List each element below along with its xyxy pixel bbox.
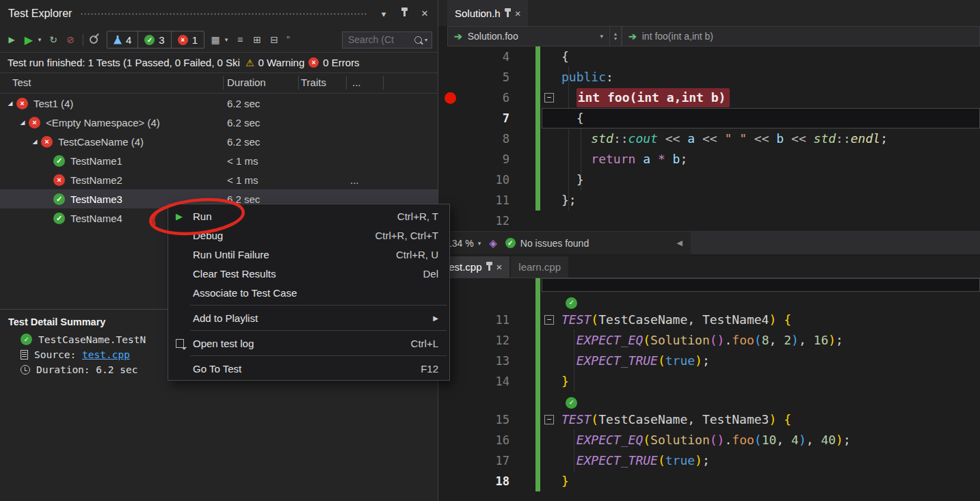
expander-icon[interactable]: ◢ [4, 100, 16, 107]
group-by-icon[interactable]: ≡ [234, 34, 246, 45]
total-tests-filter[interactable]: 4 [107, 31, 137, 48]
pin-icon[interactable] [397, 6, 412, 21]
menu-item-clear-test-results[interactable]: Clear Test ResultsDel [168, 264, 449, 283]
test-run-status-bar: Test run finished: 1 Tests (1 Passed, 0 … [0, 52, 438, 73]
breadcrumb-stepper[interactable]: ▲▼ [610, 26, 622, 46]
vs-window: Test Explorer ▾ × ▶ ▶ ▾ ↻ ⊘ 4 ✓ 3 [0, 0, 980, 501]
test-filter-badges: 4 ✓ 3 × 1 [107, 31, 204, 49]
run-summary-text: Test run finished: 1 Tests (1 Passed, 0 … [8, 57, 240, 68]
passed-tests-filter[interactable]: ✓ 3 [137, 31, 170, 48]
menu-item-associate-to-test-case[interactable]: Associate to Test Case [168, 283, 449, 302]
code-text: } [558, 170, 584, 190]
drag-grip[interactable] [80, 12, 368, 16]
test-tree-row-test1-4[interactable]: ◢×Test1 (4)6.2 sec [0, 94, 438, 113]
close-icon[interactable]: × [515, 8, 521, 19]
expand-all-icon[interactable]: ⊞ [251, 34, 263, 45]
code-text: { [558, 46, 569, 67]
test-label: TestName2 [70, 174, 122, 186]
repeat-run-icon[interactable]: ↻ [47, 34, 59, 45]
test-label: <Empty Namespace> (4) [46, 117, 160, 128]
editor-status-bar: 134 % ▾ ◈ ✓ No issues found ◀ [438, 231, 980, 254]
expander-icon[interactable]: ◢ [16, 119, 29, 126]
issues-indicator[interactable]: ✓ No issues found [505, 238, 589, 249]
test-tree-row-empty-namespace-4[interactable]: ◢×<Empty Namespace> (4)6.2 sec [0, 113, 438, 132]
test-passed-icon: ✓ [21, 334, 32, 345]
test-tree-row-testname1[interactable]: ✓TestName1< 1 ms [0, 151, 438, 170]
code-line: 9 return a * b; [438, 149, 980, 170]
fold-marker[interactable]: − [540, 93, 558, 103]
search-input[interactable] [347, 33, 412, 46]
menu-item-add-to-playlist[interactable]: Add to Playlist▶ [168, 308, 449, 327]
code-text: TEST(TestCaseName, TestName3) { [558, 409, 791, 430]
search-icon[interactable] [414, 36, 422, 44]
fold-marker[interactable]: − [540, 315, 558, 325]
run-all-icon[interactable]: ▶ [23, 33, 35, 46]
close-icon[interactable]: × [496, 261, 503, 273]
column-separator[interactable] [346, 76, 347, 90]
run-dropdown-icon[interactable]: ▾ [37, 36, 42, 43]
column-separator[interactable] [383, 76, 384, 90]
test-label: TestName1 [70, 155, 122, 167]
collapse-all-icon[interactable]: ⊟ [268, 34, 280, 45]
test-passed-icon: ✓ [53, 213, 65, 224]
window-position-icon[interactable]: ▾ [376, 6, 391, 21]
chevron-down-icon: ▾ [478, 240, 481, 247]
close-icon[interactable]: × [417, 6, 432, 21]
column-test[interactable]: Test [12, 77, 31, 88]
code-editor-test-cpp[interactable]: ✓11−TEST(TestCaseName, TestName4) {12 EX… [438, 278, 980, 491]
code-text: public: [558, 67, 613, 87]
breakpoint-icon[interactable] [438, 92, 462, 104]
expander-icon[interactable]: ◢ [29, 138, 41, 145]
scroll-left-icon[interactable]: ◀ [677, 239, 683, 247]
zoom-control[interactable]: 134 % ▾ [447, 238, 481, 249]
menu-item-run[interactable]: ▶RunCtrl+R, T [168, 206, 449, 226]
run-icon[interactable]: ▶ [5, 35, 18, 44]
breadcrumb-member-dropdown[interactable]: ➔ int foo(int a,int b) [622, 26, 980, 46]
code-editor-solution-h[interactable]: 4{5public:6− int foo(int a,int b)7 {8 st… [438, 46, 980, 231]
breadcrumb-member-label: int foo(int a,int b) [642, 31, 713, 42]
menu-item-run-until-failure[interactable]: Run Until FailureCtrl+R, U [168, 245, 449, 264]
search-box[interactable]: ▾ [342, 31, 432, 49]
change-bar [535, 170, 540, 190]
pin-icon[interactable] [488, 261, 490, 273]
pin-icon[interactable] [507, 8, 509, 19]
menu-item-open-test-log[interactable]: Open test logCtrl+L [168, 334, 449, 353]
menu-item-debug[interactable]: DebugCtrl+R, Ctrl+T [168, 226, 449, 245]
fold-marker[interactable]: − [540, 415, 558, 424]
toolbar-overflow-icon[interactable]: ” [287, 34, 290, 45]
tab-solution-h[interactable]: Solution.h × [447, 0, 528, 26]
test-passed-glyph-icon[interactable]: ✓ [566, 397, 577, 409]
test-tree-row-testname2[interactable]: ×TestName2< 1 ms... [0, 170, 438, 189]
line-number: 16 [462, 430, 518, 450]
failed-tests-filter[interactable]: × 1 [171, 31, 204, 48]
code-line: 7 { [438, 108, 980, 128]
test-tree-row-testcasename-4[interactable]: ◢×TestCaseName (4)6.2 sec [0, 132, 438, 151]
horizontal-scrollbar[interactable] [691, 232, 980, 254]
column-separator[interactable] [298, 76, 299, 90]
detail-test-name: TestCaseName.TestN [38, 334, 146, 345]
column-separator[interactable] [223, 76, 224, 90]
test-passed-glyph-icon[interactable]: ✓ [566, 297, 577, 309]
code-line: 18} [438, 471, 980, 491]
search-dropdown-icon[interactable]: ▾ [425, 37, 427, 43]
menu-item-go-to-test[interactable]: Go To TestF12 [168, 359, 449, 378]
editor-status-icon[interactable]: ◈ [489, 237, 497, 249]
tab-learn-cpp[interactable]: learn.cpp [511, 256, 568, 277]
change-bar [535, 430, 540, 450]
change-bar [535, 292, 540, 310]
playlist-dropdown-icon[interactable]: ▾ [224, 36, 229, 43]
column-more[interactable]: ... [352, 77, 361, 88]
test-failed-icon: × [41, 136, 53, 148]
column-traits[interactable]: Traits [301, 77, 326, 88]
code-text: EXPECT_EQ(Solution().foo(10, 4), 40); [558, 430, 851, 450]
passed-icon: ✓ [144, 35, 155, 45]
panel-title: Test Explorer [8, 8, 72, 20]
options-key-icon[interactable] [88, 34, 100, 46]
source-label: Source: [34, 349, 76, 360]
playlist-icon[interactable]: ▦ [209, 34, 222, 45]
source-link[interactable]: test.cpp [82, 349, 130, 360]
column-duration[interactable]: Duration [227, 77, 266, 88]
line-number: 13 [462, 351, 518, 371]
cancel-run-icon[interactable]: ⊘ [64, 34, 77, 45]
breadcrumb-scope-dropdown[interactable]: ➔ Solution.foo ▾ [447, 26, 610, 46]
